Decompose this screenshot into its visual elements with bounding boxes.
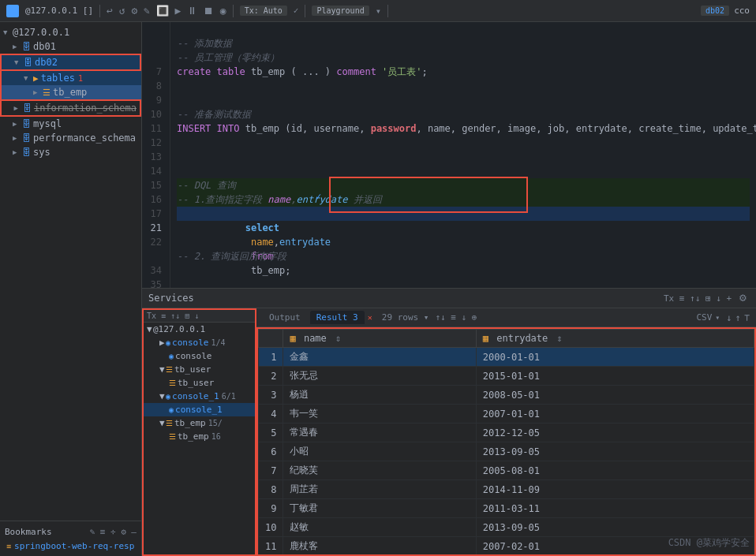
sidebar-item-host[interactable]: ▼ @127.0.0.1: [0, 25, 141, 39]
sort-icon: ⇕: [335, 333, 341, 344]
sidebar-item-info-schema[interactable]: ▶ 🗄 information_schema: [0, 99, 141, 117]
ln: 8: [142, 79, 165, 93]
arrow: ▼: [14, 58, 24, 66]
s-tree-tb-emp-item[interactable]: ☰ tb_emp 16: [144, 430, 255, 443]
sidebar-item-tables[interactable]: ▼ ▶ tables 1: [0, 71, 141, 85]
s-tree-console[interactable]: ▶ ◉ console 1/4: [144, 336, 255, 349]
cell-entrydate: 2007-01-01: [476, 405, 754, 424]
rows-info: 29 rows ▾: [382, 312, 429, 323]
row-num: 1: [259, 348, 283, 367]
tables-label: tables: [41, 73, 75, 84]
code-line: INSERT INTO tb_emp (id, username, passwo…: [177, 121, 750, 136]
table-row: 8周芷若2014-11-09: [259, 480, 754, 499]
host-tree-label: @127.0.0.1: [13, 27, 69, 38]
row-num: 2: [259, 367, 283, 386]
s-tree-host[interactable]: ▼ @127.0.0.1: [144, 323, 255, 336]
s-arrow: ▼: [147, 324, 153, 334]
caret: ▾: [376, 6, 381, 17]
s-count: 16: [211, 432, 221, 441]
ln: 15: [142, 178, 165, 192]
csv-caret: ▾: [715, 313, 720, 322]
services-toolbar-icons: Tx ≡ ↑↓ ⊞ ↓ +: [664, 293, 732, 304]
code-line: [177, 22, 750, 36]
services-settings-btn[interactable]: ⚙: [736, 292, 750, 304]
code-line-dql-1: -- 1.查询指定字段 name,entrydate 并返回: [177, 192, 750, 207]
s-arrow: ▶: [159, 338, 166, 348]
bookmark-item[interactable]: ≡ springboot-web-req-resp: [0, 539, 141, 553]
folder-icon: ▶: [33, 73, 39, 84]
ln: 16: [142, 192, 165, 207]
divider: [99, 5, 100, 17]
code-line: -- 准备测试数据: [177, 107, 750, 121]
db-icon: 🗄: [22, 42, 31, 52]
results-table-wrapper[interactable]: ▦ name ⇕ ▦ entrydate ⇕: [256, 327, 756, 556]
app-icon: [6, 5, 19, 17]
cell-entrydate: 2014-11-09: [476, 480, 754, 499]
code-content[interactable]: -- 添加数据 -- 员工管理（零约束） create table tb_emp…: [170, 22, 756, 288]
s-tree-tb-emp[interactable]: ▼ ☰ tb_emp 15/: [144, 416, 255, 430]
col-header-name[interactable]: ▦ name ⇕: [283, 330, 476, 348]
filter-icon[interactable]: ⊤: [744, 312, 750, 323]
s-icon: ◉: [166, 392, 170, 401]
s-tree-tb-user-item[interactable]: ☰ tb_user: [144, 376, 255, 390]
upload-icon[interactable]: ↑: [735, 312, 741, 323]
sidebar-item-mysql[interactable]: ▶ 🗄 mysql: [0, 117, 141, 131]
code-line: [177, 164, 750, 178]
cell-entrydate: 2000-01-01: [476, 348, 754, 367]
s-console-item-label: console: [175, 351, 211, 361]
s-tree-console-item[interactable]: ◉ console: [144, 349, 255, 363]
arrow: ▶: [13, 134, 22, 142]
s-icon: ◉: [169, 405, 174, 414]
cell-name: 周芷若: [283, 480, 476, 499]
db-icon: 🗄: [22, 147, 31, 158]
row-num: 8: [259, 480, 283, 499]
result-tab[interactable]: Result 3: [310, 311, 365, 324]
col-header-entrydate[interactable]: ▦ entrydate ⇕: [476, 330, 754, 348]
cell-name: 赵敏: [283, 518, 476, 537]
code-editor[interactable]: 7 8 9 10 11 12 13 14 15 16 17 21 22 34 3…: [142, 22, 756, 288]
output-tab[interactable]: Output: [263, 311, 307, 324]
bookmark-icons: ✎ ≡ ÷ ⚙ —: [89, 527, 137, 537]
ln: [142, 22, 165, 36]
table-row: 2张无忌2015-01-01: [259, 367, 754, 386]
db-icon: 🗄: [23, 103, 32, 114]
bookmark-text: springboot-web-req-resp: [14, 541, 134, 551]
arrow: ▶: [13, 104, 22, 112]
keyword: INSERT INTO: [177, 123, 239, 134]
services-main: Output Result 3 ✕ 29 rows ▾ ↑↓ ≡ ↓ ⊕ CSV…: [256, 308, 756, 556]
ln: 35: [142, 278, 165, 288]
s-tree-console1-item[interactable]: ◉ console_1: [144, 403, 255, 416]
close-tab-icon[interactable]: ✕: [368, 313, 372, 322]
s-tree-tb-user[interactable]: ▼ ☰ tb_user: [144, 363, 255, 376]
code-line: [177, 136, 750, 150]
code-line: -- 员工管理（零约束）: [177, 50, 750, 65]
cell-name: 纪晓芙: [283, 461, 476, 480]
cell-entrydate: 2012-12-05: [476, 424, 754, 442]
table-row: 9丁敏君2011-03-11: [259, 499, 754, 518]
code-line: -- 添加数据: [177, 36, 750, 50]
services-layout: Tx ≡ ↑↓ ⊞ ↓ ▼ @127.0.0.1 ▶ ◉ console 1/4: [142, 308, 756, 556]
cell-name: 常遇春: [283, 424, 476, 442]
sidebar: ▼ @127.0.0.1 ▶ 🗄 db01 ▼ 🗄 db02 ▼ ▶: [0, 22, 142, 556]
sidebar-item-sys[interactable]: ▶ 🗄 sys: [0, 145, 141, 159]
sidebar-item-db01[interactable]: ▶ 🗄 db01: [0, 39, 141, 54]
keyword2: password: [371, 123, 417, 134]
services-panel: Services Tx ≡ ↑↓ ⊞ ↓ + ⚙ Tx ≡ ↑↓ ⊞ ↓ ▼ @…: [142, 288, 756, 556]
table-row: 5常遇春2012-12-05: [259, 424, 754, 442]
tb-emp-label: tb_emp: [53, 87, 87, 98]
s-tree-console1[interactable]: ▼ ◉ console_1 6/1: [144, 390, 255, 403]
text: tb_emp ( ... ): [245, 66, 337, 77]
sidebar-item-db02[interactable]: ▼ 🗄 db02: [0, 54, 141, 71]
col-entrydate-label: entrydate: [496, 333, 548, 344]
mysql-label: mysql: [33, 118, 62, 129]
download-icon[interactable]: ↓: [726, 312, 732, 323]
sort-icon: ⇕: [557, 333, 563, 344]
s-count: 1/4: [211, 338, 225, 347]
ln-active: 21: [142, 221, 165, 235]
results-table: ▦ name ⇕ ▦ entrydate ⇕: [258, 329, 754, 556]
text: ;: [422, 66, 428, 77]
ln: 7: [142, 65, 165, 79]
table-icon: ☰: [43, 88, 51, 98]
sidebar-item-perf-schema[interactable]: ▶ 🗄 performance_schema: [0, 131, 141, 145]
sidebar-item-tb-emp[interactable]: ▶ ☰ tb_emp: [0, 85, 141, 99]
